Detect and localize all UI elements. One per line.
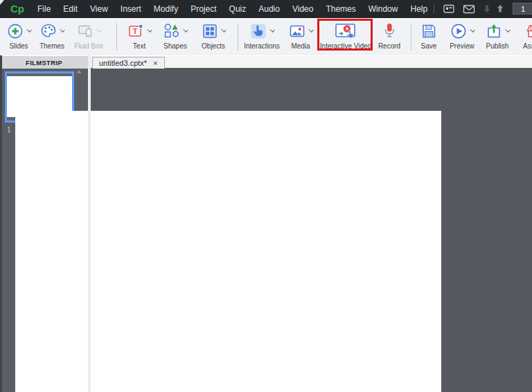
window-left-edge xyxy=(0,55,2,392)
toolbar-separator-3 xyxy=(411,23,411,51)
save-floppy-icon xyxy=(420,22,438,40)
media-button[interactable]: Media xyxy=(284,20,317,53)
themes-palette-icon xyxy=(39,22,57,40)
menu-project[interactable]: Project xyxy=(184,4,222,14)
assets-button[interactable]: Assets xyxy=(518,20,532,53)
menu-quiz[interactable]: Quiz xyxy=(223,4,253,14)
menu-bar: Cp File Edit View Insert Modify Project … xyxy=(0,0,532,18)
shapes-icon xyxy=(163,22,181,40)
preview-play-icon xyxy=(450,22,468,40)
app-logo: Cp xyxy=(10,3,24,15)
objects-dropdown-icon[interactable] xyxy=(221,27,226,32)
menu-edit[interactable]: Edit xyxy=(57,4,84,14)
objects-button[interactable]: Objects xyxy=(196,20,231,53)
publish-icon xyxy=(485,22,503,40)
menu-audio[interactable]: Audio xyxy=(252,4,286,14)
toolbar-separator-2 xyxy=(238,23,238,51)
preview-dropdown-icon[interactable] xyxy=(470,27,475,32)
tab-row: FILMSTRIP untitled3.cptx* × xyxy=(0,55,532,68)
slides-dropdown-icon[interactable] xyxy=(26,27,31,32)
shapes-dropdown-icon[interactable] xyxy=(183,27,188,32)
filmstrip-scroll-up-icon[interactable] xyxy=(76,70,82,73)
presenter-screen-icon[interactable] xyxy=(443,3,455,15)
objects-grid-icon xyxy=(201,22,219,40)
shapes-button[interactable]: Shapes xyxy=(159,20,191,53)
assets-icon xyxy=(524,22,532,40)
menu-modify[interactable]: Modify xyxy=(148,4,184,14)
menu-help[interactable]: Help xyxy=(404,4,434,14)
publish-button[interactable]: Publish xyxy=(481,20,513,53)
media-dropdown-icon[interactable] xyxy=(308,27,313,32)
slide-number-label: 1 xyxy=(7,126,11,134)
tab-untitled3[interactable]: untitled3.cptx* × xyxy=(92,57,165,69)
text-dropdown-icon[interactable] xyxy=(147,27,152,32)
interactions-dropdown-icon[interactable] xyxy=(269,27,274,32)
fluid-box-dropdown-icon xyxy=(96,27,101,32)
media-image-icon xyxy=(288,22,306,40)
themes-dropdown-icon[interactable] xyxy=(60,27,64,32)
record-button[interactable]: Record xyxy=(374,20,405,53)
publish-dropdown-icon[interactable] xyxy=(505,27,510,32)
mail-icon[interactable] xyxy=(463,4,475,14)
slides-button[interactable]: Slides xyxy=(3,20,35,53)
tab-close-icon[interactable]: × xyxy=(153,60,157,67)
menu-window[interactable]: Window xyxy=(362,4,405,14)
arrow-up-icon[interactable] xyxy=(495,3,505,14)
text-icon: T xyxy=(127,22,145,40)
toolbar: Slides Themes Fluid Box xyxy=(0,18,532,55)
interactions-button[interactable]: Interactions xyxy=(243,20,281,53)
main-area: 1 xyxy=(0,68,532,392)
slide-stage[interactable] xyxy=(15,111,441,392)
menubar-separator xyxy=(434,4,434,14)
add-slide-icon xyxy=(6,22,24,40)
interactive-video-icon xyxy=(334,21,357,40)
fluid-box-icon xyxy=(76,22,94,40)
menu-themes[interactable]: Themes xyxy=(319,4,362,14)
menu-view[interactable]: View xyxy=(84,4,114,14)
themes-button[interactable]: Themes xyxy=(35,20,69,53)
filmstrip-panel-header[interactable]: FILMSTRIP xyxy=(0,56,88,69)
menu-video[interactable]: Video xyxy=(286,4,319,14)
tab-label: untitled3.cptx* xyxy=(99,59,147,67)
toolbar-separator xyxy=(116,23,117,51)
arrow-down-icon[interactable] xyxy=(482,3,492,14)
panel-divider[interactable] xyxy=(88,55,91,392)
menu-file[interactable]: File xyxy=(31,4,57,14)
preview-button[interactable]: Preview xyxy=(446,20,478,53)
menu-insert[interactable]: Insert xyxy=(114,4,148,14)
svg-text:T: T xyxy=(132,27,137,35)
interactions-hand-icon xyxy=(249,22,267,40)
slide-number-input[interactable] xyxy=(513,3,532,15)
interactive-video-button[interactable]: Interactive Video xyxy=(320,20,371,53)
fluid-box-button[interactable]: Fluid Box xyxy=(71,20,107,53)
thumbnail-top-strip xyxy=(7,73,72,76)
record-microphone-icon xyxy=(380,21,398,40)
mouse-cursor-artifact xyxy=(0,0,4,5)
save-button[interactable]: Save xyxy=(414,20,443,53)
text-button[interactable]: T Text xyxy=(124,20,154,53)
